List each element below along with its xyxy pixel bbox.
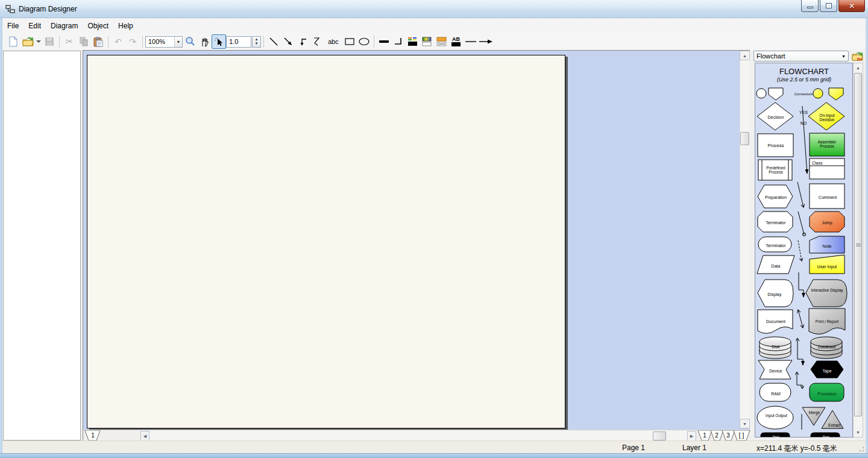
palette-shape-jump[interactable] — [810, 212, 844, 232]
palette-shape-disk[interactable] — [760, 337, 791, 359]
hand-icon — [200, 37, 209, 47]
hscroll-right-button[interactable]: ▶ — [687, 431, 696, 441]
template-dropdown-arrow-icon[interactable]: ▼ — [839, 51, 848, 61]
toolbox-panel[interactable] — [3, 51, 81, 441]
menu-bar: File Edit Diagram Object Help — [2, 19, 866, 33]
palette-shape-database[interactable] — [811, 337, 842, 359]
menu-file[interactable]: File — [2, 19, 24, 33]
palette-shape-connector-circle-yellow[interactable] — [813, 89, 823, 98]
palette-shape-terminator2[interactable] — [758, 237, 791, 252]
palette-shape-ram[interactable] — [760, 383, 791, 401]
paste-button[interactable] — [91, 34, 105, 49]
palette-shape-titel-left[interactable] — [761, 433, 790, 437]
palette-shape-comment[interactable] — [810, 184, 844, 209]
hscroll-left-button[interactable]: ◀ — [140, 431, 149, 441]
palette-shape-connector-circle[interactable] — [756, 89, 766, 98]
palette-scroll-down-button[interactable]: ▼ — [854, 428, 863, 437]
arrow-line-tool-button[interactable] — [281, 34, 295, 49]
line-width-button[interactable] — [377, 34, 391, 49]
canvas-area[interactable]: ▲ ▼ 1 1 2 3 [ ] ◀ ▶ — [83, 50, 750, 441]
fill-color-button[interactable] — [420, 34, 435, 49]
line-style-button[interactable] — [464, 34, 478, 49]
vscroll-up-button[interactable]: ▲ — [740, 51, 750, 60]
palette-shape-decision[interactable] — [757, 102, 793, 130]
vscroll-track[interactable] — [740, 60, 750, 419]
hatch-color-button[interactable] — [435, 34, 449, 49]
palette-shape-process[interactable] — [758, 134, 793, 157]
palette-scroll-up-button[interactable]: ▲ — [854, 63, 863, 72]
palette-scroll-thumb[interactable] — [854, 73, 862, 416]
palette-shape-terminator[interactable] — [758, 212, 793, 232]
line-tool-button[interactable] — [266, 34, 281, 49]
maximize-button[interactable] — [820, 0, 837, 12]
save-button[interactable] — [42, 34, 57, 49]
palette-shape-processor[interactable] — [810, 383, 844, 401]
close-button[interactable]: ✕ — [838, 0, 865, 12]
pointer-tool-button[interactable] — [212, 34, 226, 49]
diagram-page[interactable] — [87, 55, 565, 428]
new-button[interactable] — [6, 34, 20, 49]
pen-color-button[interactable] — [406, 34, 420, 49]
resize-grip[interactable] — [857, 445, 864, 452]
tab-new-label[interactable]: [ ] — [735, 432, 748, 439]
line-join-button[interactable] — [391, 34, 406, 49]
vscroll-thumb[interactable] — [740, 132, 749, 145]
cut-button[interactable]: ✂ — [62, 34, 77, 49]
palette-shape-extract[interactable] — [822, 410, 843, 428]
palette-shape-print-report[interactable] — [809, 309, 845, 334]
menu-edit[interactable]: Edit — [24, 19, 46, 33]
palette-shape-note[interactable] — [810, 236, 844, 253]
polyline-tool-button[interactable] — [295, 34, 310, 49]
palette-shape-class[interactable] — [810, 158, 844, 179]
grid-size-input[interactable]: 1.0 — [226, 36, 251, 48]
palette-shape-on-input-decision[interactable] — [808, 102, 844, 130]
zoom-dropdown-arrow-icon[interactable]: ▼ — [174, 37, 182, 47]
palette-shape-connector-offpage[interactable] — [769, 88, 783, 100]
vscroll-down-button[interactable]: ▼ — [740, 419, 750, 428]
grid-size-spinner[interactable]: ▲▼ — [252, 36, 261, 48]
palette-shape-tape[interactable] — [811, 361, 843, 378]
tab1-label[interactable]: 1 — [700, 432, 709, 439]
tab3-label[interactable]: 3 — [723, 432, 733, 439]
palette-shape-interactive-display[interactable] — [806, 280, 847, 307]
redo-button[interactable]: ↷ — [125, 34, 140, 49]
undo-button[interactable]: ↶ — [111, 34, 125, 49]
palette-shape-preparation[interactable] — [758, 185, 793, 208]
palette-shape-device[interactable] — [758, 360, 792, 379]
zoom-combobox[interactable]: 100% ▼ — [145, 36, 183, 48]
rectangle-tool-button[interactable] — [342, 34, 357, 49]
copy-button[interactable] — [77, 34, 91, 49]
zoom-tool-button[interactable] — [183, 34, 197, 49]
ellipse-tool-button[interactable] — [357, 34, 371, 49]
pan-tool-button[interactable] — [197, 34, 212, 49]
palette-shape-merge[interactable] — [802, 407, 825, 425]
text-tool-button[interactable]: abc — [324, 34, 342, 49]
palette-shape-display[interactable] — [758, 280, 793, 307]
minimize-button[interactable] — [801, 0, 819, 12]
open-button[interactable] — [20, 34, 35, 49]
open-dropdown[interactable] — [35, 34, 42, 49]
tab2-label[interactable]: 2 — [712, 432, 722, 439]
menu-object[interactable]: Object — [83, 19, 113, 33]
curve-tool-button[interactable] — [310, 34, 324, 49]
palette-shape-predefined-process[interactable] — [758, 160, 792, 180]
frame-left — [0, 18, 2, 453]
arrow-style-button[interactable] — [478, 34, 492, 49]
hscroll-thumb[interactable] — [653, 431, 666, 441]
palette-shape-connector-offpage-yellow[interactable] — [829, 88, 843, 100]
menu-diagram[interactable]: Diagram — [46, 19, 83, 33]
palette-shape-document[interactable] — [758, 310, 793, 333]
template-selector[interactable]: Flowchart ▼ — [753, 51, 849, 61]
template-browse-button[interactable]: Do — [851, 50, 864, 62]
palette-shape-titel-right[interactable] — [811, 433, 840, 437]
palette-shape-data[interactable] — [757, 256, 794, 274]
page-tab-1-label[interactable]: 1 — [88, 432, 98, 439]
hscroll-track[interactable] — [149, 431, 687, 441]
palette-shape-input-output[interactable] — [757, 406, 793, 429]
palette-shape-assembler-process[interactable] — [810, 133, 844, 156]
palette-shape-user-input[interactable] — [810, 255, 844, 274]
text-tool-label: abc — [328, 38, 339, 45]
font-color-button[interactable]: AB — [449, 34, 464, 49]
title-bar: Diagram Designer ✕ — [0, 0, 868, 18]
menu-help[interactable]: Help — [113, 19, 138, 33]
